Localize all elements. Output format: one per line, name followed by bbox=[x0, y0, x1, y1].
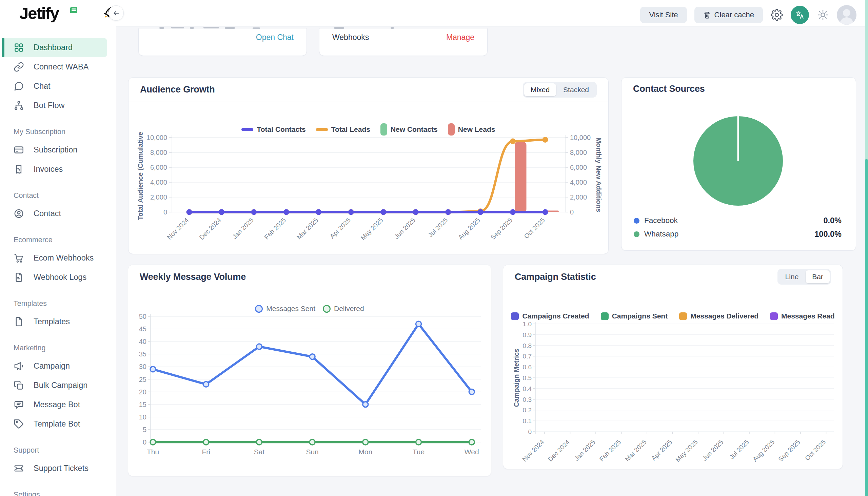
sidebar-item-label: Campaign bbox=[33, 361, 70, 371]
clear-cache-button[interactable]: Clear cache bbox=[694, 7, 763, 23]
light-mode-sun-icon[interactable] bbox=[817, 9, 829, 21]
svg-text:0.6: 0.6 bbox=[523, 363, 532, 371]
sidebar-item-webhook-logs[interactable]: Webhook Logs bbox=[0, 268, 116, 287]
sidebar-item-label: Contact bbox=[33, 209, 61, 218]
svg-text:Fri: Fri bbox=[202, 448, 210, 456]
campaign-statistic-card: Campaign Statistic Line Bar Campaigns Cr… bbox=[503, 265, 843, 469]
svg-text:0.5: 0.5 bbox=[523, 374, 532, 382]
clipped-text-fragment bbox=[204, 27, 219, 29]
flow-icon bbox=[14, 100, 24, 111]
megaphone-icon bbox=[14, 361, 24, 371]
visit-site-button[interactable]: Visit Site bbox=[640, 7, 687, 23]
sidebar-item-label: Message Bot bbox=[33, 400, 80, 409]
sidebar-item-label: Bot Flow bbox=[33, 101, 64, 110]
svg-text:0.1: 0.1 bbox=[523, 417, 532, 424]
clipped-text-fragment bbox=[159, 27, 164, 29]
sidebar-nav: Dashboard Connect WABA Chat Bot Flow My … bbox=[0, 38, 116, 496]
svg-text:0: 0 bbox=[570, 208, 574, 216]
audience-growth-toggle: Mixed Stacked bbox=[523, 82, 597, 97]
svg-text:Sun: Sun bbox=[306, 448, 318, 456]
sidebar-section-support: Support bbox=[0, 434, 116, 459]
logo-chat-bubble-icon bbox=[70, 7, 77, 13]
svg-text:Campaign Metrics: Campaign Metrics bbox=[513, 348, 520, 407]
clipped-text-fragment bbox=[190, 27, 194, 29]
sidebar-item-label: Connect WABA bbox=[33, 62, 89, 72]
sidebar-item-contact[interactable]: Contact bbox=[0, 204, 116, 223]
svg-text:Wed: Wed bbox=[465, 448, 479, 456]
svg-text:Jul 2025: Jul 2025 bbox=[427, 217, 449, 239]
sidebar-item-subscription[interactable]: Subscription bbox=[0, 140, 116, 159]
sidebar-item-message-bot[interactable]: Message Bot bbox=[0, 395, 116, 414]
sidebar-section-my-subscription: My Subscription bbox=[0, 115, 116, 140]
sidebar-item-chat[interactable]: Chat bbox=[0, 77, 116, 96]
sidebar-item-dashboard[interactable]: Dashboard bbox=[0, 38, 116, 57]
link-icon bbox=[14, 62, 24, 72]
settings-gear-icon[interactable] bbox=[770, 9, 783, 21]
sidebar-item-support-tickets[interactable]: Support Tickets bbox=[0, 459, 116, 478]
toggle-stacked[interactable]: Stacked bbox=[557, 83, 595, 96]
audience-growth-card: Audience Growth Mixed Stacked Total Cont… bbox=[128, 77, 609, 254]
grid-icon bbox=[14, 42, 24, 53]
svg-text:8,000: 8,000 bbox=[570, 149, 587, 156]
svg-text:40: 40 bbox=[139, 338, 147, 345]
sidebar-section-ecommerce: Ecommerce bbox=[0, 223, 116, 248]
sidebar-item-ecom-webhooks[interactable]: Ecom Webhooks bbox=[0, 248, 116, 268]
audience-growth-title: Audience Growth bbox=[140, 84, 215, 95]
svg-text:Oct 2025: Oct 2025 bbox=[804, 438, 827, 462]
svg-text:Sep 2025: Sep 2025 bbox=[489, 217, 514, 241]
pie-legend-whatsapp[interactable]: Whatsapp 100.0% bbox=[634, 228, 841, 241]
svg-text:Nov 2024: Nov 2024 bbox=[521, 438, 545, 463]
cart-icon bbox=[14, 253, 24, 263]
campaign-title: Campaign Statistic bbox=[515, 272, 596, 282]
svg-text:5: 5 bbox=[143, 426, 147, 433]
whatsapp-dot-icon bbox=[634, 231, 640, 237]
sidebar-collapse-button[interactable] bbox=[108, 5, 124, 21]
clipped-text-fragment bbox=[171, 27, 184, 29]
sidebar-item-invoices[interactable]: Invoices bbox=[0, 159, 116, 179]
svg-text:Monthly New Additions: Monthly New Additions bbox=[595, 138, 602, 212]
svg-text:Jun 2025: Jun 2025 bbox=[701, 438, 724, 462]
svg-text:Feb 2025: Feb 2025 bbox=[598, 438, 623, 463]
open-chat-link[interactable]: Open Chat bbox=[256, 33, 294, 42]
sidebar-item-label: Templates bbox=[33, 317, 70, 326]
tag-icon bbox=[14, 419, 24, 429]
sidebar-item-label: Invoices bbox=[33, 165, 63, 174]
svg-text:Jan 2025: Jan 2025 bbox=[231, 217, 255, 240]
user-avatar[interactable] bbox=[837, 5, 856, 25]
svg-text:0.7: 0.7 bbox=[523, 353, 532, 360]
svg-text:10,000: 10,000 bbox=[570, 134, 590, 141]
svg-text:Apr 2025: Apr 2025 bbox=[329, 217, 352, 240]
svg-text:Total Audience (Cumulative): Total Audience (Cumulative) bbox=[137, 132, 144, 220]
sidebar-item-templates[interactable]: Templates bbox=[0, 312, 116, 331]
svg-text:10: 10 bbox=[139, 413, 147, 421]
svg-text:Nov 2024: Nov 2024 bbox=[165, 217, 190, 241]
pie-legend-facebook[interactable]: Facebook 0.0% bbox=[634, 214, 841, 227]
svg-text:0.4: 0.4 bbox=[523, 385, 532, 392]
svg-text:Oct 2025: Oct 2025 bbox=[523, 217, 546, 240]
sidebar-item-campaign[interactable]: Campaign bbox=[0, 356, 116, 376]
svg-text:6,000: 6,000 bbox=[570, 164, 587, 171]
svg-text:0.3: 0.3 bbox=[523, 396, 532, 403]
svg-text:Jul 2025: Jul 2025 bbox=[728, 438, 750, 461]
webhooks-manage-link[interactable]: Manage bbox=[446, 33, 474, 42]
toggle-line[interactable]: Line bbox=[779, 270, 805, 283]
toggle-mixed[interactable]: Mixed bbox=[524, 83, 556, 96]
scrollbar-thumb[interactable] bbox=[865, 159, 868, 496]
contact-sources-pie-chart bbox=[622, 100, 856, 210]
sidebar-item-bulk-campaign[interactable]: Bulk Campaign bbox=[0, 376, 116, 395]
svg-text:Thu: Thu bbox=[147, 448, 159, 456]
toggle-bar[interactable]: Bar bbox=[806, 270, 830, 283]
svg-text:Feb 2025: Feb 2025 bbox=[263, 217, 287, 241]
sidebar-item-bot-flow[interactable]: Bot Flow bbox=[0, 96, 116, 115]
language-translate-button[interactable] bbox=[791, 6, 809, 24]
sidebar-item-template-bot[interactable]: Template Bot bbox=[0, 414, 116, 434]
pie-legend-label: Whatsapp bbox=[644, 230, 678, 238]
weekly-message-volume-chart: 05101520253035404550ThuFriSatSunMonTueWe… bbox=[128, 311, 492, 477]
legend-swatch-icon bbox=[241, 128, 253, 131]
sidebar-item-label: Support Tickets bbox=[33, 464, 89, 473]
svg-text:Mar 2025: Mar 2025 bbox=[624, 438, 648, 463]
svg-text:0: 0 bbox=[528, 428, 532, 435]
sidebar-item-connect-waba[interactable]: Connect WABA bbox=[0, 57, 116, 77]
top-header: Visit Site Clear cache bbox=[116, 0, 868, 27]
svg-text:4,000: 4,000 bbox=[150, 179, 167, 186]
